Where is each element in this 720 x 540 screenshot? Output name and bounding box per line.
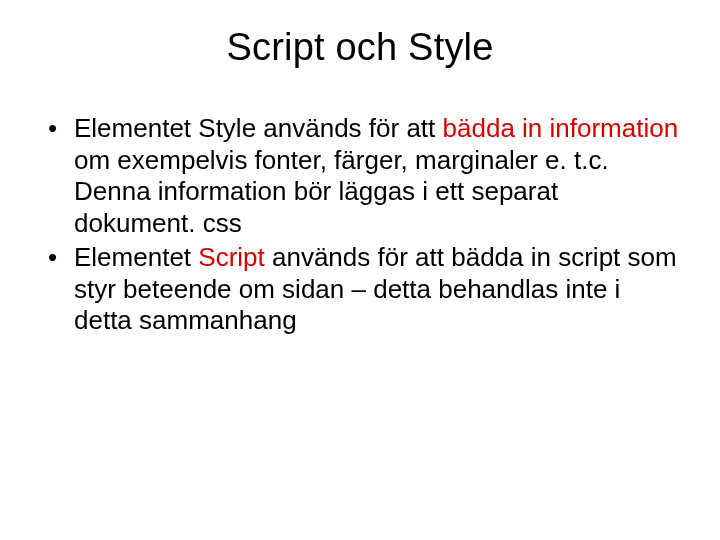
- bullet-highlight: Script: [198, 242, 264, 272]
- bullet-text: Elementet Style används för att: [74, 113, 443, 143]
- slide-title: Script och Style: [40, 26, 680, 69]
- bullet-item: Elementet Script används för att bädda i…: [46, 242, 680, 337]
- slide: Script och Style Elementet Style används…: [0, 0, 720, 540]
- bullet-text: om exempelvis fonter, färger, marginaler…: [74, 145, 609, 238]
- bullet-text: Elementet: [74, 242, 198, 272]
- bullet-item: Elementet Style används för att bädda in…: [46, 113, 680, 240]
- bullet-highlight: bädda in information: [443, 113, 679, 143]
- bullet-list: Elementet Style används för att bädda in…: [46, 113, 680, 337]
